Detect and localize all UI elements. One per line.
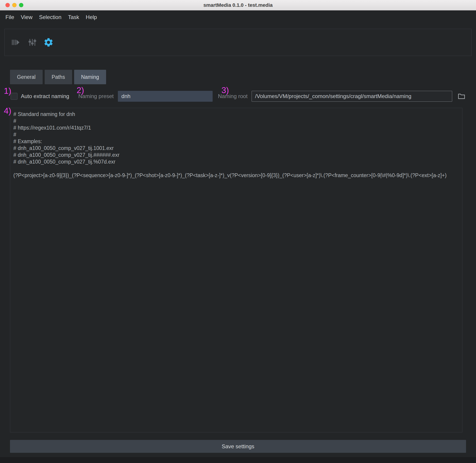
window-title: smartMedia 0.1.0 - test.media xyxy=(203,2,273,8)
naming-rules-editor[interactable]: # Standard naming for dnh # # https://re… xyxy=(10,108,462,432)
traffic-lights xyxy=(5,0,23,10)
naming-root-input[interactable] xyxy=(252,91,452,102)
gear-icon xyxy=(43,37,54,48)
minimize-button[interactable] xyxy=(12,3,17,7)
sliders-icon xyxy=(28,38,37,47)
menu-selection[interactable]: Selection xyxy=(39,14,61,20)
render-queue-button[interactable] xyxy=(10,37,21,48)
naming-preset-label: Naming preset xyxy=(78,93,114,99)
settings-tabs: General Paths Naming xyxy=(10,70,106,84)
auto-extract-checkbox[interactable] xyxy=(11,93,18,100)
tab-general[interactable]: General xyxy=(10,70,43,84)
menu-task[interactable]: Task xyxy=(68,14,79,20)
render-queue-icon xyxy=(11,38,20,47)
sliders-button[interactable] xyxy=(27,37,38,48)
toolbar xyxy=(4,29,472,56)
annotation-1: 1) xyxy=(4,86,11,96)
menu-view[interactable]: View xyxy=(21,14,33,20)
tab-naming[interactable]: Naming xyxy=(74,70,106,84)
tab-paths[interactable]: Paths xyxy=(45,70,72,84)
naming-preset-input[interactable] xyxy=(118,91,213,102)
zoom-button[interactable] xyxy=(19,3,23,7)
menu-help[interactable]: Help xyxy=(86,14,97,20)
naming-root-label: Naming root xyxy=(218,93,248,99)
close-button[interactable] xyxy=(5,3,10,7)
window-bottom-edge xyxy=(0,457,476,463)
folder-icon xyxy=(458,92,466,100)
menu-bar: File View Selection Task Help xyxy=(0,10,476,24)
window-titlebar: smartMedia 0.1.0 - test.media xyxy=(0,0,476,10)
naming-controls-row: Auto extract naming Naming preset Naming… xyxy=(11,91,466,102)
auto-extract-label: Auto extract naming xyxy=(21,93,69,99)
browse-naming-root-button[interactable] xyxy=(457,91,466,101)
settings-button[interactable] xyxy=(43,37,54,48)
save-settings-button[interactable]: Save settings xyxy=(10,440,466,453)
menu-file[interactable]: File xyxy=(5,14,14,20)
